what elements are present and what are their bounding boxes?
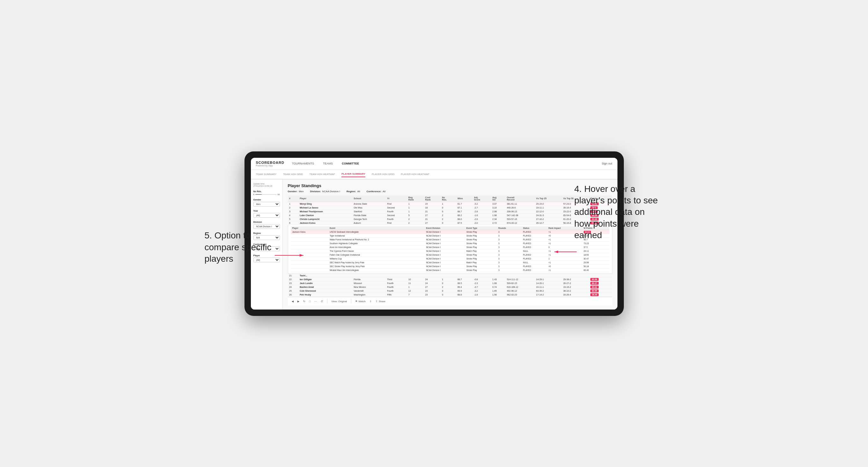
cell-school: Florida State (352, 213, 386, 217)
cell-conf: 24 (424, 277, 441, 281)
nav-right: Sign out (601, 162, 612, 165)
cell-reg: 1 (407, 285, 424, 289)
nav-item-teams[interactable]: TEAMS (322, 161, 334, 166)
col-player: Player (298, 195, 352, 202)
sub-nav-team-h2h-heatmap[interactable]: TEAM H2H HEATMAP (309, 172, 335, 177)
sub-nav-player-summary[interactable]: PLAYER SUMMARY (341, 171, 365, 177)
cell-record (505, 274, 535, 277)
gender-select[interactable]: Men Women (253, 202, 280, 207)
year-label: Year (253, 210, 280, 212)
cell-points[interactable]: 80.02 (589, 285, 612, 289)
col-vs25: Vs Top 25 (535, 195, 562, 202)
table-row: 4 Luke Clanton Florida State Second 5 27… (288, 213, 612, 217)
division-section: Division NCAA Division I (253, 221, 280, 229)
sub-nav-player-h2h-heatmap[interactable]: PLAYER H2H HEATMAP (401, 172, 430, 177)
watch-btn[interactable]: 👁 Watch (355, 300, 366, 303)
clock-btn[interactable]: ⏱ (321, 300, 323, 303)
section-title: Player Standings (288, 183, 612, 188)
view-original-btn[interactable]: View: Original (331, 300, 347, 303)
cell-school: Missouri (352, 281, 386, 285)
cell-reg: 1 (407, 206, 424, 210)
cell-player: Jack Lundin (298, 281, 352, 285)
sign-out-link[interactable]: Sign out (601, 162, 612, 165)
nav-item-committee[interactable]: COMMITTEE (340, 161, 360, 166)
cell-adj: -2.0 (473, 221, 491, 225)
cell-wins: 68.0 (456, 217, 473, 221)
cell-yr: Fourth (386, 217, 407, 221)
cell-adj: -2.6 (473, 217, 491, 221)
cell-points[interactable]: 80.27 (589, 281, 612, 285)
table-row: 22 Ian Gilligan Florida Third 10 24 1 68… (288, 277, 612, 281)
cell-conf: 27 (424, 285, 441, 289)
cell-rds (441, 274, 457, 277)
cell-wins (456, 274, 473, 277)
year-select[interactable]: (All) (253, 213, 280, 218)
cell-school (352, 274, 386, 277)
cell-reg: 11 (407, 281, 424, 285)
more-btn[interactable]: ⋯ (314, 300, 317, 303)
cell-adj: -2.3 (473, 281, 491, 285)
col-avg: AvgSG (491, 195, 505, 202)
download-btn[interactable]: ⇩ (369, 300, 372, 303)
cell-yr: First (386, 221, 407, 225)
cell-vs25: 24-31-3 (535, 213, 562, 217)
cell-num: 25 (288, 289, 298, 292)
cell-points[interactable]: 80.95 (589, 289, 612, 292)
cell-yr: Fourth (386, 289, 407, 292)
cell-record: 533-57-16 (505, 217, 535, 221)
update-time-section: Update time: 27/01/2024 16:56:26 (253, 183, 280, 187)
cell-avg: 2.72 (491, 221, 505, 225)
cell-player: Ian Gilligan (298, 277, 352, 281)
refresh-btn[interactable]: ↻ (303, 300, 305, 303)
no-rds-slider[interactable] (255, 194, 277, 195)
col-wins: Wins (456, 195, 473, 202)
sub-nav-team-h2h-grid[interactable]: TEAM H2H GRID (283, 172, 303, 177)
filter-division-label: Division: (310, 190, 321, 193)
cell-rds: 0 (441, 221, 457, 225)
cell-vs25: 22-12-0 (535, 210, 562, 213)
cell-points[interactable]: 80.68 (589, 277, 612, 281)
table-row: 26 Petr Hruby Washington Fifth 7 23 0 68… (288, 292, 612, 297)
cell-reg: 5 (407, 213, 424, 217)
back-btn[interactable]: ◀ (292, 300, 293, 303)
annotation-left-number: 5. (205, 230, 212, 240)
table-row: 6 Jackson Koivu Auburn First 2 27 0 87.5… (288, 221, 612, 225)
no-rds-min: 6 (253, 193, 254, 195)
cell-player: Christo Lamprecht (298, 217, 352, 221)
cell-record: 562-02-23 (505, 292, 535, 297)
copy-btn[interactable]: □ (309, 300, 311, 303)
cell-points[interactable] (589, 274, 612, 277)
cell-conf: 27 (424, 213, 441, 217)
cell-wins: 67.1 (456, 206, 473, 210)
table-row: 21 Tashi... (288, 274, 612, 277)
cell-wins: 68.5 (456, 281, 473, 285)
cell-yr: First (386, 202, 407, 206)
cell-school: Auburn (352, 221, 386, 225)
cell-rds: 0 (441, 281, 457, 285)
filter-gender: Gender: Men (288, 190, 304, 193)
col-rds: NoRds. (441, 195, 457, 202)
cell-school: Florida (352, 277, 386, 281)
cell-reg: 12 (407, 289, 424, 292)
cell-wins: 69.4 (456, 285, 473, 289)
cell-player: Petr Hruby (298, 292, 352, 297)
cell-school: Washington (352, 292, 386, 297)
cell-adj (473, 274, 491, 277)
nav-item-tournaments[interactable]: TOURNAMENTS (291, 161, 315, 166)
cell-avg: 3.10 (491, 206, 505, 210)
sub-nav-player-h2h-grid[interactable]: PLAYER H2H GRID (372, 172, 394, 177)
cell-vs25: 26-12-7 (535, 221, 562, 225)
gender-label: Gender (253, 198, 280, 201)
division-select[interactable]: NCAA Division I (253, 224, 280, 229)
cell-vs25: 14-20-1 (535, 281, 562, 285)
gender-section: Gender Men Women (253, 198, 280, 207)
share-btn[interactable]: ⇧ Share (375, 300, 385, 303)
cell-conf: 15 (424, 202, 441, 206)
cell-reg: 1 (407, 210, 424, 213)
cell-adj: -1.6 (473, 213, 491, 217)
update-time-value: 27/01/2024 16:56:26 (253, 185, 280, 187)
sub-nav-team-summary[interactable]: TEAM SUMMARY (256, 172, 277, 177)
cell-points[interactable]: 38.49 (589, 292, 612, 297)
forward-btn[interactable]: ▶ (298, 300, 299, 303)
table-row: 2 Michael La Sasso Ole Miss Second 1 18 … (288, 206, 612, 210)
